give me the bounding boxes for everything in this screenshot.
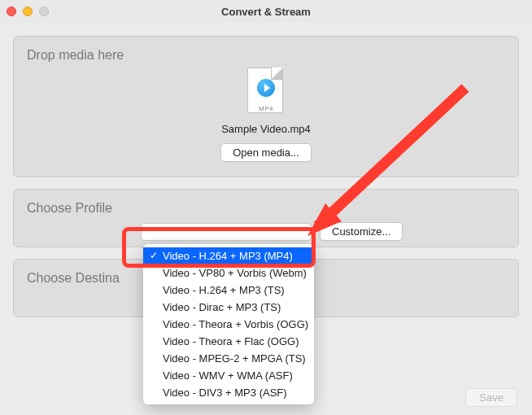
zoom-window-button: [39, 7, 49, 16]
drop-area[interactable]: MP4 Sample Video.mp4 Open media...: [27, 63, 505, 162]
choose-profile-panel: Choose Profile Customize...: [13, 189, 519, 247]
titlebar: Convert & Stream: [0, 0, 532, 23]
footer-row: Save: [465, 388, 517, 407]
profile-row: Customize...: [27, 222, 505, 241]
profile-option[interactable]: Video - MPEG-2 + MPGA (TS): [143, 350, 314, 367]
customize-button[interactable]: Customize...: [320, 222, 403, 241]
profile-option[interactable]: Video - DIV3 + MP3 (ASF): [143, 384, 314, 401]
profile-option[interactable]: Video - Theora + Vorbis (OGG): [143, 316, 314, 333]
save-button[interactable]: Save: [465, 388, 517, 407]
drop-media-panel: Drop media here MP4 Sample Video.mp4 Ope…: [13, 36, 519, 177]
profile-option[interactable]: Video - VP80 + Vorbis (Webm): [143, 264, 314, 282]
profile-option[interactable]: Video - WMV + WMA (ASF): [143, 367, 314, 384]
open-media-button[interactable]: Open media...: [220, 143, 312, 162]
traffic-lights: [7, 7, 49, 16]
minimize-window-button[interactable]: [23, 7, 33, 16]
profile-option[interactable]: Video - H.264 + MP3 (MP4): [143, 247, 314, 264]
profile-option[interactable]: Video - Dirac + MP3 (TS): [143, 299, 314, 316]
profile-option[interactable]: Video - H.264 + MP3 (TS): [143, 282, 314, 299]
choose-profile-heading: Choose Profile: [27, 201, 505, 216]
file-ext-badge: MP4: [247, 105, 285, 112]
window-title: Convert & Stream: [0, 6, 532, 18]
file-name-label: Sample Video.mp4: [221, 123, 311, 135]
profile-dropdown-menu[interactable]: Video - H.264 + MP3 (MP4)Video - VP80 + …: [143, 244, 314, 404]
close-window-button[interactable]: [7, 7, 16, 16]
drop-media-heading: Drop media here: [27, 48, 505, 63]
profile-option[interactable]: Video - Theora + Flac (OGG): [143, 333, 314, 350]
play-icon: [257, 79, 275, 97]
media-file-icon: MP4: [247, 68, 285, 115]
profile-select[interactable]: [141, 223, 312, 241]
